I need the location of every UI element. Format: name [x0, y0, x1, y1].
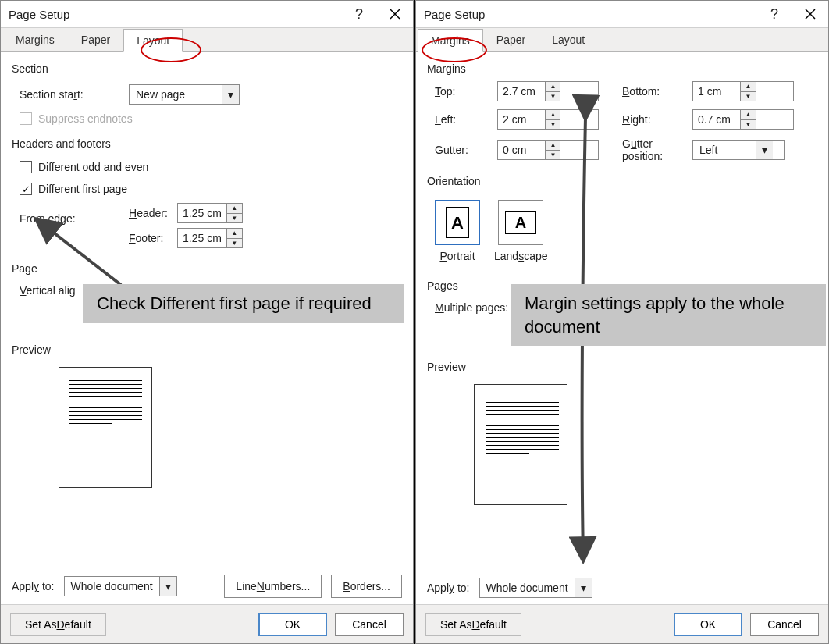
different-first-page-label: Different first page: [38, 183, 127, 195]
titlebar: Page Setup ?: [416, 1, 828, 27]
preview-pane: [59, 367, 152, 488]
down-arrow-icon[interactable]: ▼: [546, 151, 560, 160]
dialog-footer: Set As Default OK Cancel: [416, 604, 828, 643]
down-arrow-icon[interactable]: ▼: [546, 92, 560, 101]
footer-label: Footer:: [129, 232, 177, 244]
left-spin[interactable]: 2 cm ▲▼: [497, 109, 599, 130]
cancel-button[interactable]: Cancel: [750, 613, 819, 636]
gutter-label: Gutter:: [435, 144, 497, 156]
close-button[interactable]: [792, 1, 828, 27]
annotation-callout-left: Check Different first page if required: [83, 284, 404, 323]
right-spin[interactable]: 0.7 cm ▲▼: [692, 109, 794, 130]
help-button[interactable]: ?: [756, 1, 792, 27]
section-start-combo[interactable]: New page ▾: [129, 84, 240, 105]
different-odd-even-checkbox[interactable]: [20, 161, 32, 173]
annotation-circle-layout-tab: [141, 37, 201, 62]
preview-pane: [474, 384, 567, 505]
tab-paper[interactable]: Paper: [68, 28, 123, 51]
dialog-footer: Set As Default OK Cancel: [1, 604, 413, 643]
apply-to-combo[interactable]: Whole document ▾: [479, 578, 592, 598]
tab-paper[interactable]: Paper: [483, 28, 539, 51]
chevron-down-icon: ▾: [756, 141, 773, 159]
down-arrow-icon[interactable]: ▼: [227, 239, 242, 248]
ok-button[interactable]: OK: [258, 613, 327, 636]
section-start-label: Section start:: [12, 88, 129, 101]
ok-button[interactable]: OK: [674, 613, 742, 636]
svg-text:A: A: [451, 213, 464, 233]
up-arrow-icon[interactable]: ▲: [546, 110, 560, 120]
up-arrow-icon[interactable]: ▲: [546, 82, 560, 92]
gutter-position-combo[interactable]: Left ▾: [692, 140, 785, 160]
dialog-body: Section Section start: New page ▾ Suppre…: [1, 51, 413, 604]
down-arrow-icon[interactable]: ▼: [741, 120, 756, 130]
dialog-title: Page Setup: [424, 8, 485, 21]
down-arrow-icon[interactable]: ▼: [227, 214, 242, 223]
portrait-label: Portrait: [439, 250, 475, 262]
dialog-title: Page Setup: [9, 8, 69, 21]
right-label: Right:: [599, 113, 692, 126]
top-spin[interactable]: 2.7 cm ▲▼: [497, 81, 599, 101]
margins-group-label: Margins: [427, 62, 817, 75]
page-group-label: Page: [12, 262, 402, 275]
cancel-button[interactable]: Cancel: [335, 613, 404, 636]
up-arrow-icon[interactable]: ▲: [741, 110, 756, 120]
multiple-pages-label: Multiple pages:: [427, 301, 521, 314]
bottom-label: Bottom:: [599, 85, 692, 98]
preview-label: Preview: [12, 343, 402, 356]
landscape-button[interactable]: A: [498, 200, 543, 245]
titlebar: Page Setup ?: [1, 1, 413, 27]
gutter-position-label: Gutter position:: [599, 137, 692, 162]
up-arrow-icon[interactable]: ▲: [227, 229, 242, 239]
help-button[interactable]: ?: [341, 1, 377, 27]
down-arrow-icon[interactable]: ▼: [546, 120, 560, 130]
chevron-down-icon: ▾: [222, 85, 239, 104]
landscape-label: Landscape: [494, 250, 548, 262]
top-label: Top:: [435, 85, 497, 98]
annotation-callout-right: Margin settings apply to the whole docum…: [511, 284, 826, 346]
borders-button[interactable]: Borders...: [331, 575, 402, 598]
portrait-button[interactable]: A: [435, 200, 480, 245]
header-label: Header:: [129, 207, 177, 219]
suppress-endnotes-checkbox: [20, 112, 32, 125]
different-odd-even-label: Different odd and even: [38, 161, 148, 173]
suppress-endnotes-label: Suppress endnotes: [38, 112, 133, 125]
bottom-spin[interactable]: 1 cm ▲▼: [692, 81, 794, 101]
tab-row: Margins Paper Layout: [1, 27, 413, 51]
chevron-down-icon: ▾: [159, 577, 176, 596]
set-as-default-button[interactable]: Set As Default: [425, 613, 521, 636]
apply-to-label: Apply to:: [12, 580, 55, 592]
apply-to-combo[interactable]: Whole document ▾: [64, 576, 177, 596]
set-as-default-button[interactable]: Set As Default: [10, 613, 106, 636]
preview-label: Preview: [427, 361, 817, 373]
header-spin[interactable]: 1.25 cm ▲▼: [177, 203, 243, 223]
down-arrow-icon[interactable]: ▼: [741, 92, 756, 101]
tab-layout[interactable]: Layout: [539, 28, 598, 51]
from-edge-label: From edge:: [12, 203, 129, 225]
apply-to-label: Apply to:: [427, 582, 470, 594]
gutter-spin[interactable]: 0 cm ▲▼: [497, 140, 599, 160]
section-group-label: Section: [12, 62, 402, 75]
line-numbers-button[interactable]: Line Numbers...: [224, 575, 322, 598]
different-first-page-checkbox[interactable]: [20, 183, 32, 195]
headers-group-label: Headers and footers: [12, 137, 402, 150]
orientation-label: Orientation: [427, 175, 817, 187]
up-arrow-icon[interactable]: ▲: [741, 82, 756, 92]
left-label: Left:: [435, 113, 497, 126]
footer-spin[interactable]: 1.25 cm ▲▼: [177, 228, 243, 248]
up-arrow-icon[interactable]: ▲: [546, 141, 560, 151]
chevron-down-icon: ▾: [575, 578, 592, 597]
tab-margins[interactable]: Margins: [2, 28, 68, 51]
close-button[interactable]: [377, 1, 413, 27]
up-arrow-icon[interactable]: ▲: [227, 204, 242, 214]
svg-text:A: A: [515, 214, 526, 231]
annotation-circle-margins-tab: [422, 37, 487, 62]
